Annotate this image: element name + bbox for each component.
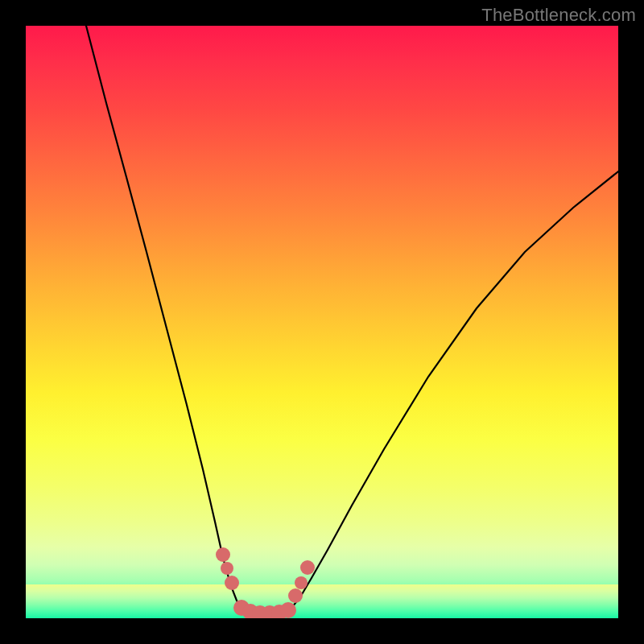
- marker-dot: [300, 560, 315, 575]
- valley-markers: [216, 547, 315, 618]
- marker-dot: [280, 602, 296, 618]
- marker-dot: [295, 576, 308, 589]
- marker-dot: [288, 588, 303, 603]
- plot-area: [26, 26, 618, 618]
- chart-frame: TheBottleneck.com: [0, 0, 644, 644]
- attribution-label: TheBottleneck.com: [481, 5, 636, 26]
- right-curve: [287, 171, 618, 612]
- curve-layer: [26, 26, 618, 618]
- marker-dot: [221, 562, 233, 575]
- left-curve: [86, 26, 245, 612]
- marker-dot: [216, 547, 230, 562]
- marker-dot: [225, 576, 239, 590]
